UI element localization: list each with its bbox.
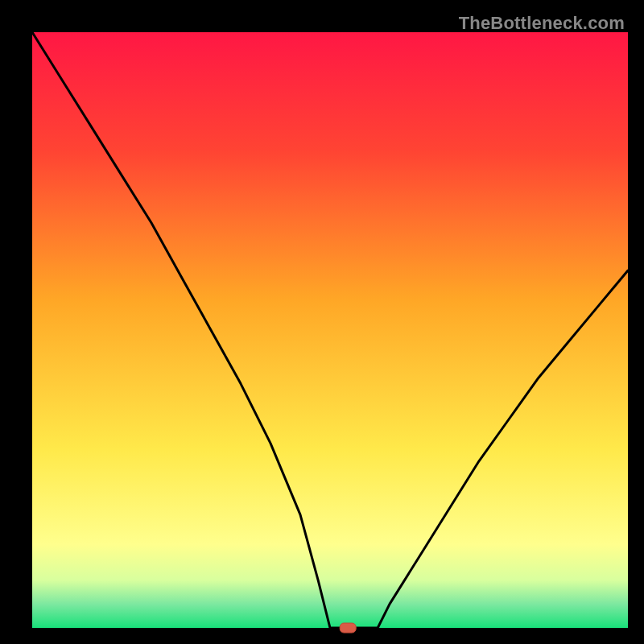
plot-background [32, 32, 628, 628]
watermark-text: TheBottleneck.com [459, 13, 625, 34]
bottleneck-chart [8, 8, 636, 636]
chart-frame: TheBottleneck.com [8, 8, 636, 636]
optimal-marker [340, 623, 356, 633]
